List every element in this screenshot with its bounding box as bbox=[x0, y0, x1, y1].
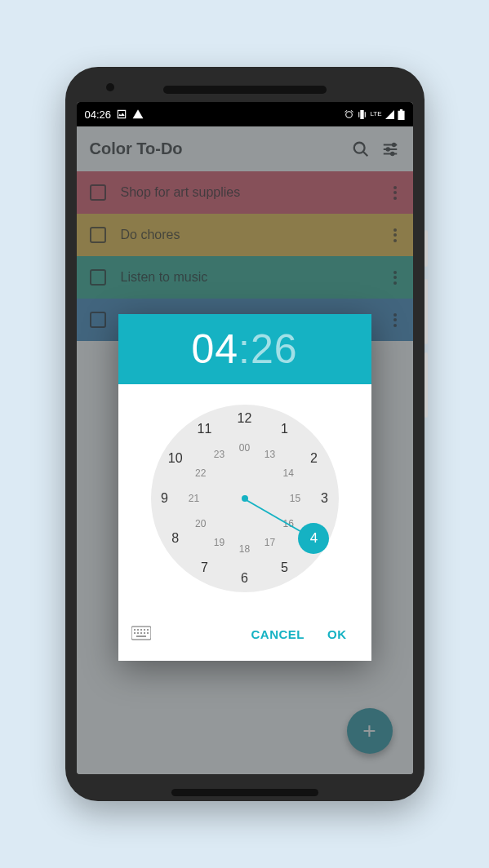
warning-icon bbox=[132, 108, 144, 120]
clock-hour-15[interactable]: 15 bbox=[290, 493, 300, 504]
keyboard-icon[interactable] bbox=[131, 626, 151, 644]
clock-hour-5[interactable]: 5 bbox=[281, 560, 288, 575]
svg-rect-9 bbox=[134, 629, 136, 631]
clock-hour-2[interactable]: 2 bbox=[310, 451, 318, 466]
signal-icon bbox=[385, 109, 395, 120]
svg-rect-19 bbox=[136, 636, 146, 637]
phone-speaker bbox=[163, 86, 327, 94]
dialog-header: 04:26 bbox=[118, 314, 371, 384]
volume-up-button bbox=[425, 279, 428, 344]
clock-hour-22[interactable]: 22 bbox=[195, 467, 206, 479]
clock-hour-12[interactable]: 12 bbox=[238, 411, 252, 426]
side-button bbox=[425, 230, 428, 267]
volume-down-button bbox=[425, 352, 428, 418]
svg-rect-10 bbox=[137, 629, 139, 631]
image-icon bbox=[116, 108, 127, 120]
svg-rect-12 bbox=[144, 629, 145, 631]
cancel-button[interactable]: CANCEL bbox=[240, 621, 317, 648]
clock-hour-3[interactable]: 3 bbox=[321, 491, 328, 506]
clock-hour-23[interactable]: 23 bbox=[214, 449, 224, 460]
clock-hour-9[interactable]: 9 bbox=[161, 491, 168, 506]
clock-hour-18[interactable]: 18 bbox=[239, 543, 250, 555]
clock-hour-10[interactable]: 10 bbox=[168, 451, 183, 466]
phone-home-bar bbox=[171, 789, 318, 796]
clock-hour-13[interactable]: 13 bbox=[265, 449, 275, 460]
clock-hour-11[interactable]: 11 bbox=[198, 422, 212, 436]
status-bar: 04:26 LTE bbox=[77, 102, 413, 126]
app-content: Color To-Do Shop for art supplies Do cho… bbox=[77, 126, 413, 774]
phone-camera bbox=[106, 83, 114, 91]
time-picker-dialog: 04:26 1212356789101100131415161718192021… bbox=[118, 314, 371, 661]
alarm-icon bbox=[344, 109, 354, 120]
clock-hour-19[interactable]: 19 bbox=[214, 537, 224, 548]
clock-hour-21[interactable]: 21 bbox=[189, 493, 199, 504]
clock-hour-6[interactable]: 6 bbox=[241, 571, 248, 586]
vibrate-icon bbox=[357, 109, 367, 120]
ok-button[interactable]: OK bbox=[316, 621, 358, 648]
svg-rect-14 bbox=[134, 632, 136, 634]
clock-hour-00[interactable]: 00 bbox=[239, 442, 250, 454]
svg-rect-16 bbox=[140, 632, 142, 634]
clock-face[interactable]: 121235678910110013141516171819202122234 bbox=[151, 405, 339, 592]
clock-center bbox=[242, 495, 248, 502]
clock-selected-thumb[interactable]: 4 bbox=[298, 523, 329, 554]
time-minutes[interactable]: 26 bbox=[251, 326, 298, 372]
clock-hour-14[interactable]: 14 bbox=[283, 467, 294, 479]
svg-rect-18 bbox=[147, 632, 149, 634]
time-separator: : bbox=[238, 326, 251, 372]
phone-frame: 04:26 LTE bbox=[65, 67, 425, 801]
clock-hour-7[interactable]: 7 bbox=[201, 560, 208, 575]
time-hours[interactable]: 04 bbox=[191, 326, 238, 372]
status-time: 04:26 bbox=[85, 108, 112, 121]
screen: 04:26 LTE bbox=[77, 102, 413, 774]
svg-rect-15 bbox=[137, 632, 139, 634]
svg-rect-13 bbox=[147, 629, 149, 631]
clock-hour-8[interactable]: 8 bbox=[171, 531, 179, 546]
clock-hour-20[interactable]: 20 bbox=[195, 518, 206, 529]
battery-icon bbox=[398, 109, 405, 120]
clock-hour-17[interactable]: 17 bbox=[265, 537, 275, 548]
clock-hour-1[interactable]: 1 bbox=[281, 422, 288, 436]
network-label: LTE bbox=[370, 111, 381, 117]
svg-rect-17 bbox=[144, 632, 145, 634]
svg-rect-11 bbox=[140, 629, 142, 631]
